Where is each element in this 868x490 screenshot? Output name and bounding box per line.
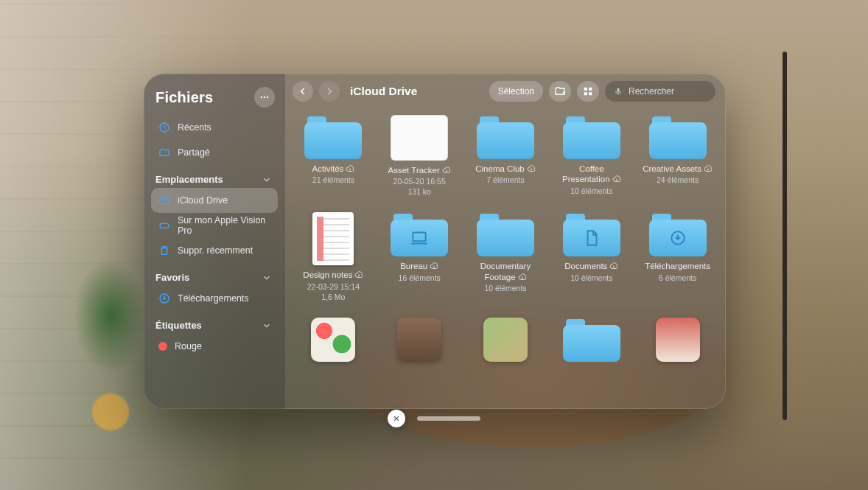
sidebar-section-favorites[interactable]: Favoris [151,263,278,286]
item-name: Design notes [303,270,363,280]
item-meta: 10 éléments [570,186,612,195]
sidebar-item-recents[interactable]: Récents [151,115,278,140]
svg-rect-9 [589,92,592,95]
cloud-icon [158,195,170,206]
grid-item[interactable]: Coffee Presentation10 éléments [555,115,628,196]
toolbar: iCloud Drive Sélection Rechercher [285,74,726,109]
svg-point-0 [261,97,262,98]
grid-item[interactable]: Cinema Club7 éléments [469,115,542,196]
grid-icon [583,86,593,97]
item-meta: 6 éléments [659,273,696,282]
cloud-download-icon [346,164,354,173]
chevron-down-icon [262,175,272,185]
sidebar-section-tags[interactable]: Étiquettes [151,311,278,334]
nav-forward-button[interactable] [319,81,340,102]
sidebar-item-location[interactable]: Sur mon Apple Vision Pro [151,213,278,238]
item-name: Coffee Presentation [555,164,628,185]
item-meta: 10 éléments [484,284,526,293]
close-window-button[interactable] [388,410,405,427]
item-name: Téléchargements [645,261,710,271]
nav-back-button[interactable] [293,81,313,102]
folder-icon [477,212,534,256]
window-handle [388,410,480,427]
sidebar-more-button[interactable] [254,87,275,108]
folder-icon [563,318,620,362]
item-name: Documents [564,261,618,271]
ellipsis-icon [259,92,270,102]
sidebar-item-label: Suppr. récemment [178,245,253,256]
cloud-download-icon [609,262,618,270]
search-input[interactable]: Rechercher [605,81,715,102]
shared-folder-icon [158,147,170,158]
chevron-left-icon [298,86,308,97]
grid-item[interactable]: Design notes22-03-29 15:141,6 Mo [297,212,370,301]
item-meta: 10 éléments [570,273,612,282]
grid-item[interactable]: Documentary Footage10 éléments [469,212,542,301]
item-meta: 21 éléments [312,175,354,184]
grid-item[interactable]: Bureau16 éléments [383,212,456,301]
item-meta: 16 éléments [399,273,441,282]
svg-point-1 [264,97,265,98]
close-icon [393,415,400,422]
grid-item[interactable]: Téléchargements6 éléments [641,212,714,301]
trash-icon [158,245,170,256]
visionpro-icon [158,220,170,231]
window-drag-bar[interactable] [417,416,480,421]
grid-item[interactable]: Activités21 éléments [297,115,370,196]
cloud-download-icon [612,175,621,183]
item-meta: 20-05-20 16:55 [393,177,446,186]
new-folder-button[interactable] [549,81,571,102]
spreadsheet-icon [391,115,448,161]
sidebar-item-label: Sur mon Apple Vision Pro [178,215,270,236]
sidebar-item-label: Rouge [175,341,202,351]
main-pane: iCloud Drive Sélection Rechercher Activi… [285,74,726,409]
grid-item[interactable] [555,318,628,362]
section-label: Étiquettes [155,320,202,331]
folder-icon [563,115,620,159]
select-button[interactable]: Sélection [489,81,543,102]
grid-item[interactable] [383,318,456,362]
sidebar-item-label: iCloud Drive [178,195,228,206]
download-icon [158,293,170,304]
folder-icon [649,212,707,256]
grid-item[interactable]: Creative Assets24 éléments [641,115,714,196]
sidebar-item-favorite[interactable]: Téléchargements [151,286,278,311]
grid-item[interactable]: Documents10 éléments [555,212,628,301]
chevron-down-icon [262,273,272,283]
cloud-download-icon [518,273,527,281]
item-meta-secondary: 1,6 Mo [321,293,345,301]
svg-rect-4 [160,223,169,228]
sidebar-section-locations[interactable]: Emplacements [151,165,278,188]
mic-icon [614,87,623,96]
sidebar-item-location[interactable]: iCloud Drive [151,188,278,213]
item-meta: 22-03-29 15:14 [307,282,360,291]
folder-icon [391,212,448,256]
items-scroll[interactable]: Activités21 élémentsAsset Tracker20-05-2… [285,109,726,409]
cloud-download-icon [354,270,363,279]
item-name: Cinema Club [475,164,535,174]
sidebar-item-tag[interactable]: Rouge [151,334,278,359]
item-meta: 24 éléments [657,175,699,184]
sidebar-item-location[interactable]: Suppr. récemment [151,238,278,263]
chevron-right-icon [324,86,335,97]
grid-item[interactable] [297,318,370,362]
item-meta-secondary: 131 ko [407,187,431,196]
view-grid-button[interactable] [577,81,599,102]
select-label: Sélection [498,86,534,97]
folder-icon [477,115,534,159]
grid-item[interactable]: Asset Tracker20-05-20 16:55131 ko [383,115,456,196]
svg-rect-11 [413,233,426,242]
cloud-download-icon [527,164,536,173]
section-label: Emplacements [155,174,223,185]
svg-rect-6 [584,88,587,91]
cloud-download-icon [442,166,451,175]
app-title: Fichiers [155,89,213,106]
grid-item[interactable] [641,318,714,362]
item-name: Activités [312,164,354,174]
grid-item[interactable] [469,318,542,362]
sidebar-item-shared[interactable]: Partagé [151,140,278,165]
items-grid: Activités21 élémentsAsset Tracker20-05-2… [297,115,714,362]
search-placeholder: Rechercher [629,86,674,97]
sidebar-item-label: Récents [178,122,211,133]
files-window: Fichiers Récents Partagé Emplacements iC… [144,74,726,409]
